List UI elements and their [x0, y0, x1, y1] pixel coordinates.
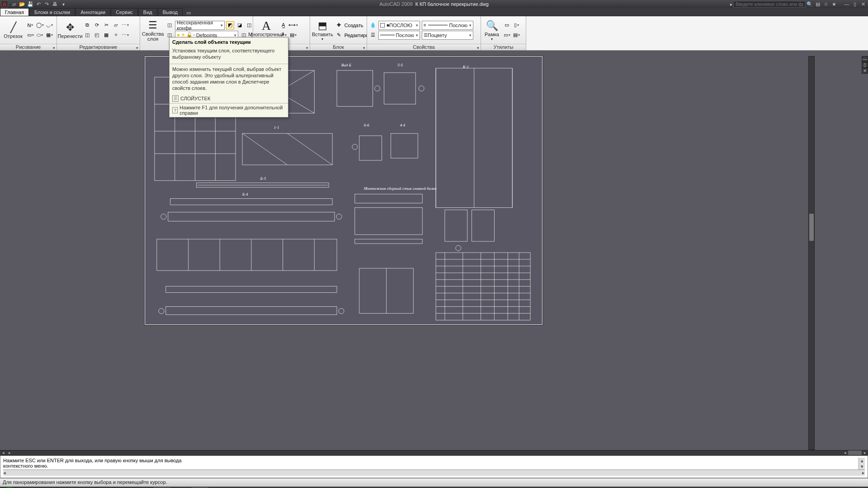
- svg-rect-37: [168, 212, 335, 221]
- close-button[interactable]: ✕: [859, 1, 867, 8]
- svg-rect-29: [359, 136, 382, 160]
- table-icon[interactable]: ▤: [289, 31, 297, 39]
- svg-point-38: [336, 214, 342, 219]
- svg-text:5-5: 5-5: [397, 63, 403, 67]
- open-icon[interactable]: 📂: [19, 0, 26, 8]
- print-icon[interactable]: 🖶: [51, 0, 58, 8]
- panel-util-label: Утилиты: [494, 44, 514, 50]
- app-menu-button[interactable]: A: [1, 0, 8, 8]
- svg-rect-35: [170, 199, 332, 205]
- polyline-icon[interactable]: Ν: [26, 21, 34, 29]
- color-combo[interactable]: ■ ПОСЛОЮ▾: [378, 21, 420, 30]
- command-line[interactable]: Нажмите ESC или ENTER для выхода, или пр…: [0, 455, 868, 478]
- mirror-icon[interactable]: ◫: [83, 31, 91, 39]
- lineweight-combo[interactable]: ≡ Послою▾: [422, 21, 473, 30]
- calc-icon[interactable]: ▤: [512, 31, 520, 39]
- qat-more-icon[interactable]: ▾: [60, 0, 67, 8]
- circle-icon[interactable]: ◯: [36, 21, 44, 29]
- measure-icon[interactable]: ▭: [503, 21, 511, 29]
- new-icon[interactable]: ▱: [10, 0, 18, 8]
- select-icon[interactable]: ▭: [503, 31, 511, 39]
- comm-icon[interactable]: ☆: [822, 1, 830, 8]
- view-close-icon[interactable]: ✕: [862, 68, 868, 74]
- paste-icon[interactable]: ▯: [512, 21, 520, 29]
- tab-annotations[interactable]: Аннотации: [75, 8, 110, 16]
- more1-icon[interactable]: ⋯: [121, 21, 129, 29]
- undo-icon[interactable]: ↶: [35, 0, 42, 8]
- arc-icon[interactable]: ◡: [45, 21, 53, 29]
- svg-rect-54: [472, 210, 495, 241]
- view-min-icon[interactable]: —: [862, 56, 868, 62]
- fillet-icon[interactable]: ◰: [93, 31, 101, 39]
- tab-scroll-right-icon[interactable]: ▸: [6, 450, 13, 455]
- text-style-icon[interactable]: A̲: [279, 21, 288, 29]
- svg-rect-47: [166, 306, 337, 314]
- infocenter-icon[interactable]: ▤: [814, 1, 821, 8]
- svg-point-8: [375, 86, 380, 91]
- explode-icon[interactable]: ✧: [112, 31, 120, 39]
- tab-scroll-left-icon[interactable]: ◂: [0, 450, 6, 455]
- tab-tools[interactable]: Сервис: [111, 8, 138, 16]
- layer-state-combo[interactable]: Несохраненная конфи▾: [175, 21, 225, 30]
- command-icon: ☰: [172, 95, 179, 102]
- svg-rect-25: [242, 133, 332, 165]
- insert-button[interactable]: ⬒Вставить▾: [312, 18, 333, 43]
- plotstyle-combo[interactable]: ☰ Поцвету▾: [422, 31, 473, 40]
- redo-icon[interactable]: ↷: [43, 0, 50, 8]
- rectangle-icon[interactable]: ▭: [26, 31, 34, 39]
- tab-view[interactable]: Вид: [138, 8, 157, 16]
- rotate-icon[interactable]: ⟳: [93, 21, 101, 29]
- panel-block-label: Блок: [333, 44, 344, 50]
- line-button[interactable]: ╱Отрезок: [2, 18, 24, 43]
- tab-home[interactable]: Главная: [0, 8, 29, 16]
- svg-point-48: [339, 308, 344, 314]
- dim-icon[interactable]: ⟷: [289, 21, 297, 29]
- match-props-icon[interactable]: 💧: [369, 21, 377, 29]
- svg-text:Б-5: Б-5: [260, 176, 266, 181]
- layer-tool3-icon[interactable]: ◪: [236, 21, 244, 29]
- hatch-icon[interactable]: ▦: [45, 31, 53, 39]
- favorites-icon[interactable]: ★: [830, 1, 838, 8]
- move-button[interactable]: ✥Перенести: [59, 18, 81, 43]
- status-bar: Для панорамирования нажмите кнопку выбор…: [0, 478, 868, 487]
- minimize-button[interactable]: —: [843, 1, 850, 8]
- layer-make-current-icon[interactable]: ◩: [226, 21, 234, 29]
- layer-tool1-icon[interactable]: ◫: [165, 21, 174, 29]
- save-icon[interactable]: 💾: [27, 0, 34, 8]
- panel-edit-label: Редактирование: [80, 44, 118, 50]
- svg-rect-30: [391, 133, 418, 158]
- drawing-area[interactable]: — ▯ ✕ 2-2 Вид Б 5-5 К-1 1-1 6-6: [0, 51, 868, 450]
- hscroll-left-icon[interactable]: ◂: [842, 450, 848, 455]
- erase-icon[interactable]: ▱: [112, 21, 120, 29]
- svg-line-26: [242, 133, 288, 165]
- zoom-window-button[interactable]: 🔍Рамка▾: [483, 18, 501, 43]
- ribbon-tabs: Главная Блоки и ссылки Аннотации Сервис …: [0, 8, 868, 16]
- linetype-combo[interactable]: Послою▾: [378, 31, 420, 40]
- layer-props-button[interactable]: ☰Свойства слоя: [142, 18, 164, 43]
- ellipse-icon[interactable]: ⬭: [36, 31, 44, 39]
- trim-icon[interactable]: ✂: [102, 21, 110, 29]
- extended-tooltip: Сделать слой объекта текущим Установка т…: [169, 37, 288, 117]
- svg-rect-53: [445, 210, 467, 241]
- svg-rect-9: [384, 73, 416, 104]
- tab-blocks[interactable]: Блоки и ссылки: [29, 8, 75, 16]
- panel-props-label: Свойства: [413, 44, 434, 50]
- ribbon: ╱Отрезок Ν ◯ ◡ ▭ ⬭ ▦ Рисование▾ ✥Перенес…: [0, 16, 868, 51]
- hscroll-right-icon[interactable]: ▸: [862, 450, 868, 455]
- tab-output[interactable]: Вывод: [158, 8, 183, 16]
- help-search-input[interactable]: [733, 1, 806, 8]
- more2-icon[interactable]: ⋯: [121, 31, 129, 39]
- maximize-button[interactable]: ▯: [851, 1, 859, 8]
- array-icon[interactable]: ▦: [102, 31, 110, 39]
- panel-draw-label: Рисование: [16, 44, 41, 50]
- tab-extra-icon[interactable]: ▭: [183, 9, 194, 16]
- canvas-scrollbar-v[interactable]: [808, 56, 815, 450]
- svg-text:4-4: 4-4: [400, 123, 405, 127]
- view-restore-icon[interactable]: ▯: [862, 62, 868, 68]
- copy-icon[interactable]: ⧉: [83, 21, 91, 29]
- svg-point-46: [159, 308, 164, 314]
- list-icon[interactable]: ☰: [369, 31, 377, 39]
- search-icon[interactable]: 🔍: [806, 1, 813, 8]
- layer-tool4-icon[interactable]: ◫: [245, 21, 253, 29]
- svg-line-27: [288, 133, 333, 165]
